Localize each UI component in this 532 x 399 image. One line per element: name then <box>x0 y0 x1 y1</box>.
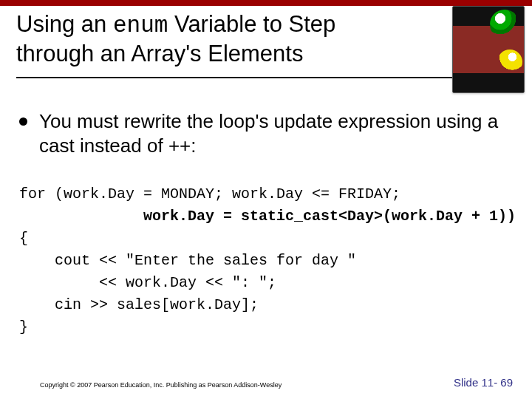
slide-number: Slide 11- 69 <box>454 376 513 389</box>
code-line: cin >> sales[work.Day]; <box>19 296 259 313</box>
content-area: You must rewrite the loop's update expre… <box>0 89 532 339</box>
accent-band <box>0 0 532 6</box>
code-block: for (work.Day = MONDAY; work.Day <= FRID… <box>19 183 513 338</box>
code-line-bold: work.Day = static_cast<Day>(work.Day + 1… <box>19 208 516 225</box>
title-area: Using an enum Variable to Step through a… <box>0 6 532 89</box>
title-code: enum <box>113 13 168 38</box>
bullet-item: You must rewrite the loop's update expre… <box>19 109 513 159</box>
bullet-icon <box>19 117 27 126</box>
copyright-text: Copyright © 2007 Pearson Education, Inc.… <box>40 381 282 389</box>
code-line: } <box>19 318 28 335</box>
book-cover-thumbnail <box>452 6 525 93</box>
bullet-text: You must rewrite the loop's update expre… <box>39 109 513 159</box>
code-line: for (work.Day = MONDAY; work.Day <= FRID… <box>19 185 400 202</box>
title-prefix: Using an <box>16 11 113 37</box>
title-divider <box>16 77 516 78</box>
footer: Copyright © 2007 Pearson Education, Inc.… <box>0 376 532 389</box>
code-line: << work.Day << ": "; <box>19 274 276 291</box>
code-line: { <box>19 230 28 247</box>
slide-title: Using an enum Variable to Step through a… <box>16 10 400 68</box>
code-line: cout << "Enter the sales for day " <box>19 252 356 269</box>
